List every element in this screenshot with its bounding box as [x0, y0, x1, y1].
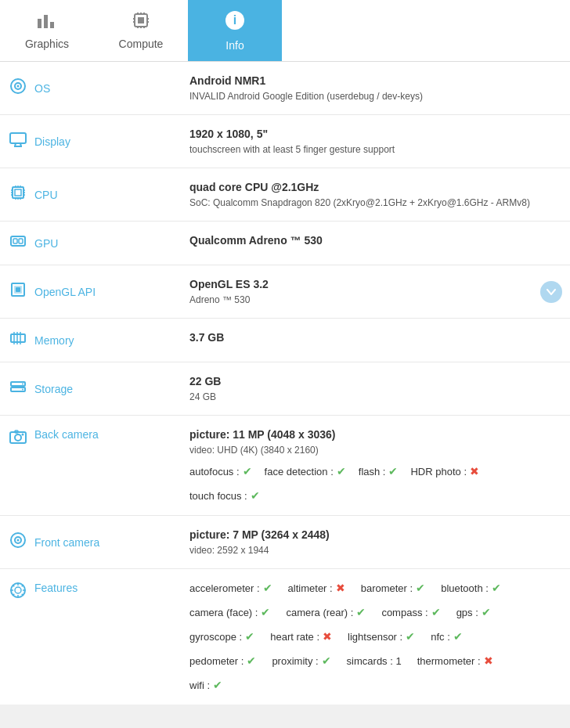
features-value: accelerometer : ✔ altimeter : ✖ baromete… — [180, 569, 570, 705]
storage-label-text: Storage — [34, 383, 73, 395]
altimeter-cross: ✖ — [336, 580, 345, 596]
compass-check: ✔ — [431, 604, 441, 621]
back-camera-features-line1: autofocus : ✔ face detection : ✔ flash :… — [189, 463, 561, 480]
svg-point-59 — [15, 434, 21, 441]
label-gpu: GPU — [0, 222, 180, 265]
feat-simcards-label: simcards : 1 — [347, 654, 402, 669]
svg-point-64 — [17, 539, 20, 542]
camera-rear-check: ✔ — [356, 604, 366, 621]
bluetooth-check: ✔ — [492, 580, 501, 596]
feat-gyroscope: gyroscope : ✔ — [189, 629, 254, 645]
feature-hdr-photo: HDR photo : ✖ — [410, 463, 479, 480]
feature-autofocus-label: autofocus : — [189, 464, 240, 480]
feature-face-detection: face detection : ✔ — [265, 463, 346, 480]
storage-sub: 24 GB — [189, 390, 561, 404]
feat-heart-rate-label: heart rate : — [270, 629, 319, 645]
features-line-3: gyroscope : ✔ heart rate : ✖ lightsensor… — [189, 629, 561, 645]
feature-flash-label: flash : — [359, 464, 386, 480]
tab-info[interactable]: i Info — [188, 0, 282, 61]
back-camera-main: picture: 11 MP (4048 x 3036) — [189, 427, 561, 443]
feat-barometer-label: barometer : — [361, 581, 413, 596]
info-circle-icon: i — [224, 9, 246, 36]
gps-check: ✔ — [482, 604, 491, 621]
row-opengl: OpenGL API OpenGL ES 3.2 Adreno ™ 530 — [0, 265, 570, 319]
app-container: Graphics Compute — [0, 0, 570, 705]
svg-rect-43 — [16, 287, 20, 292]
memory-label-text: Memory — [34, 334, 74, 347]
os-sub: INVALID Android Google Edition (userdebu… — [189, 89, 561, 103]
opengl-value: OpenGL ES 3.2 Adreno ™ 530 — [180, 265, 570, 318]
gpu-label-text: GPU — [34, 237, 58, 250]
back-camera-icon — [8, 428, 28, 449]
svg-rect-40 — [19, 239, 23, 243]
label-storage: Storage — [0, 362, 180, 415]
feat-gps: gps : ✔ — [456, 604, 491, 621]
feat-wifi-label: wifi : — [189, 678, 210, 694]
feat-camera-rear: camera (rear) : ✔ — [286, 604, 366, 621]
feature-face-detection-label: face detection : — [265, 464, 334, 480]
svg-rect-24 — [13, 187, 23, 198]
svg-rect-20 — [10, 133, 26, 143]
svg-rect-1 — [44, 15, 48, 28]
features-line-2: camera (face) : ✔ camera (rear) : ✔ comp… — [189, 604, 561, 621]
cpu-sub: SoC: Qualcomm Snapdragon 820 (2xKryo@2.1… — [189, 196, 561, 210]
feat-bluetooth-label: bluetooth : — [441, 581, 489, 596]
back-camera-features-line2: touch focus : ✔ — [189, 488, 561, 504]
memory-main: 3.7 GB — [189, 330, 561, 346]
features-line-1: accelerometer : ✔ altimeter : ✖ baromete… — [189, 580, 561, 596]
gpu-main: Qualcomm Adreno ™ 530 — [189, 232, 561, 249]
svg-point-56 — [22, 384, 23, 385]
display-main: 1920 x 1080, 5" — [189, 126, 561, 142]
feat-camera-face: camera (face) : ✔ — [189, 604, 270, 621]
features-label-text: Features — [34, 582, 78, 594]
features-line-5: wifi : ✔ — [189, 677, 561, 694]
svg-point-66 — [15, 587, 21, 593]
lightsensor-check: ✔ — [406, 629, 415, 645]
back-camera-label-text: Back camera — [34, 428, 99, 441]
os-main: Android NMR1 — [189, 73, 561, 89]
feat-compass: compass : ✔ — [381, 604, 440, 621]
svg-rect-2 — [50, 22, 54, 28]
svg-rect-39 — [13, 239, 17, 243]
feat-wifi: wifi : ✔ — [189, 677, 222, 694]
label-cpu: CPU — [0, 168, 180, 221]
feat-accelerometer: accelerometer : ✔ — [189, 580, 272, 596]
feat-nfc-label: nfc : — [431, 629, 450, 645]
feat-proximity-label: proximity : — [272, 654, 318, 669]
back-camera-video: video: UHD (4K) (3840 x 2160) — [189, 443, 561, 457]
barometer-check: ✔ — [416, 580, 425, 596]
display-sub: touchscreen with at least 5 finger gestu… — [189, 142, 561, 157]
display-value: 1920 x 1080, 5" touchscreen with at leas… — [180, 115, 570, 168]
nfc-check: ✔ — [453, 629, 463, 645]
tab-compute[interactable]: Compute — [94, 0, 188, 61]
storage-value: 22 GB 24 GB — [180, 362, 570, 415]
feat-lightsensor-label: lightsensor : — [348, 629, 402, 645]
hdr-cross: ✖ — [470, 463, 479, 480]
label-front-camera: Front camera — [0, 516, 180, 568]
feat-simcards: simcards : 1 — [347, 654, 402, 669]
feat-gyroscope-label: gyroscope : — [189, 629, 242, 645]
svg-point-57 — [22, 389, 23, 391]
accelerometer-check: ✔ — [263, 580, 272, 596]
tab-graphics[interactable]: Graphics — [0, 0, 94, 61]
label-display: Display — [0, 115, 180, 168]
front-camera-value: picture: 7 MP (3264 x 2448) video: 2592 … — [180, 516, 570, 568]
label-opengl: OpenGL API — [0, 265, 180, 318]
svg-point-19 — [17, 85, 20, 88]
feature-flash: flash : ✔ — [359, 463, 399, 480]
feat-thermometer-label: thermometer : — [417, 654, 481, 669]
feat-heart-rate: heart rate : ✖ — [270, 629, 332, 645]
feat-bluetooth: bluetooth : ✔ — [441, 580, 501, 596]
memory-value: 3.7 GB — [180, 319, 570, 362]
feat-barometer: barometer : ✔ — [361, 580, 425, 596]
feat-accelerometer-label: accelerometer : — [189, 581, 260, 596]
feature-autofocus: autofocus : ✔ — [189, 463, 252, 480]
feat-proximity: proximity : ✔ — [272, 653, 330, 669]
features-icon — [8, 582, 28, 603]
opengl-sub: Adreno ™ 530 — [189, 293, 531, 307]
feature-touch-focus-label: touch focus : — [189, 488, 247, 504]
os-value: Android NMR1 INVALID Android Google Edit… — [180, 62, 570, 114]
feat-pedometer: pedometer : ✔ — [189, 653, 256, 669]
opengl-dropdown-button[interactable] — [540, 281, 562, 303]
svg-rect-25 — [15, 189, 21, 196]
